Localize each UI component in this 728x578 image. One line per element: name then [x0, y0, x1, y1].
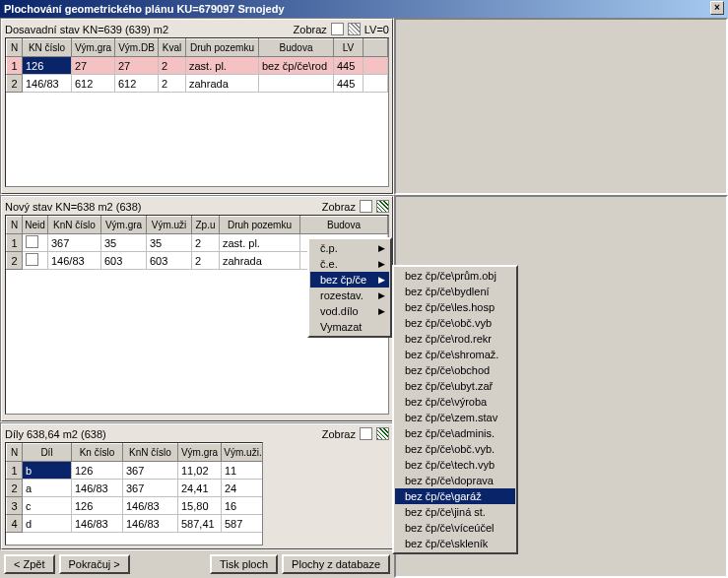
pokracuj-button[interactable]: Pokračuj >: [59, 554, 130, 574]
zobraz-check-1[interactable]: [331, 23, 344, 35]
col-header[interactable]: KnN číslo: [48, 217, 101, 234]
hatch-icon-1[interactable]: [348, 23, 361, 35]
col-header[interactable]: LV: [334, 39, 364, 57]
menu-item[interactable]: vod.dílo▶: [310, 303, 389, 319]
zobraz-check-3[interactable]: [360, 427, 372, 440]
col-header[interactable]: Vým.uži: [147, 217, 192, 234]
neid-checkbox[interactable]: [26, 253, 38, 266]
table-row[interactable]: 2146/836126122zahrada445: [7, 75, 388, 93]
menu-item[interactable]: bez čp/če\adminis.: [395, 425, 515, 441]
col-header[interactable]: N: [7, 39, 23, 57]
button-bar: < Zpět Pokračuj > Tisk ploch Plochy z da…: [0, 550, 394, 578]
menu-item[interactable]: bez čp/če▶: [310, 272, 389, 288]
lv-label: LV=0: [364, 24, 389, 35]
zobraz-label-3: Zobraz: [322, 428, 356, 440]
col-header[interactable]: Vým.gra: [101, 217, 147, 234]
menu-item[interactable]: bez čp/če\víceúčel: [395, 520, 515, 536]
col-header[interactable]: Vým.uži.: [222, 444, 264, 462]
col-header[interactable]: Druh pozemku: [186, 39, 259, 57]
hatch-icon-2[interactable]: [376, 200, 389, 213]
table-row[interactable]: 3c126146/8315,8016: [7, 497, 264, 515]
menu-item[interactable]: bez čp/če\obč.vyb: [395, 315, 515, 331]
context-submenu-bezcpce[interactable]: bez čp/če\prům.objbez čp/če\bydleníbez č…: [392, 265, 518, 554]
menu-item[interactable]: č.p.▶: [310, 240, 389, 256]
table-row[interactable]: 2a146/8336724,4124: [7, 480, 264, 497]
table-row[interactable]: 4d146/83146/83587,41587: [7, 515, 264, 533]
col-header[interactable]: Zp.u: [192, 217, 220, 234]
col-header[interactable]: Vým.gra: [178, 444, 222, 462]
zobraz-label-1: Zobraz: [294, 24, 327, 35]
menu-item[interactable]: bez čp/če\bydlení: [395, 284, 515, 299]
hatch-icon-3[interactable]: [376, 427, 389, 440]
col-header[interactable]: [364, 39, 388, 57]
section3-label: Díly 638,64 m2 (638): [5, 428, 318, 440]
section1-label: Dosavadní stav KN=639 (639) m2: [5, 24, 290, 35]
menu-item[interactable]: bez čp/če\doprava: [395, 473, 515, 488]
menu-item[interactable]: č.e.▶: [310, 256, 389, 272]
context-menu-budova[interactable]: č.p.▶č.e.▶bez čp/če▶rozestav.▶vod.dílo▶V…: [307, 237, 392, 338]
menu-item[interactable]: bez čp/če\skleník: [395, 536, 515, 551]
col-header[interactable]: Budova: [259, 39, 334, 57]
col-header[interactable]: Druh pozemku: [220, 217, 300, 234]
table-row[interactable]: 1b12636711,0211: [7, 462, 264, 480]
menu-item[interactable]: bez čp/če\rod.rekr: [395, 331, 515, 347]
table-dily: NDílKn čísloKnN čísloVým.graVým.uži. 1b1…: [6, 443, 263, 533]
menu-item[interactable]: bez čp/če\zem.stav: [395, 410, 515, 425]
menu-item[interactable]: bez čp/če\výroba: [395, 394, 515, 410]
tisk-button[interactable]: Tisk ploch: [210, 554, 278, 574]
col-header[interactable]: KN číslo: [23, 39, 72, 57]
col-header[interactable]: Vým.DB: [115, 39, 159, 57]
col-header[interactable]: N: [7, 444, 23, 462]
col-header[interactable]: Budova: [300, 217, 388, 234]
section2-label: Nový stav KN=638 m2 (638): [5, 201, 318, 213]
zpet-button[interactable]: < Zpět: [4, 554, 55, 574]
right-pane-1: [394, 18, 728, 195]
menu-item[interactable]: bez čp/če\ubyt.zař: [395, 378, 515, 394]
col-header[interactable]: KnN číslo: [123, 444, 178, 462]
zobraz-label-2: Zobraz: [322, 201, 356, 213]
zobraz-check-2[interactable]: [360, 200, 372, 213]
menu-item[interactable]: bez čp/če\prům.obj: [395, 268, 515, 284]
window-title: Plochování geometrického plánu KU=679097…: [4, 0, 285, 18]
close-button[interactable]: ×: [710, 1, 724, 15]
menu-item[interactable]: bez čp/če\jiná st.: [395, 504, 515, 520]
neid-checkbox[interactable]: [26, 235, 38, 248]
col-header[interactable]: Kval: [159, 39, 186, 57]
menu-item[interactable]: bez čp/če\shromaž.: [395, 347, 515, 362]
menu-item[interactable]: bez čp/če\garáž: [395, 488, 515, 504]
menu-item[interactable]: Vymazat: [310, 319, 389, 335]
titlebar: Plochování geometrického plánu KU=679097…: [0, 0, 728, 18]
table-dosavadni: NKN čísloVým.graVým.DBKvalDruh pozemkuBu…: [6, 38, 388, 93]
table-row[interactable]: 112627272zast. pl.bez čp/če\rod445: [7, 57, 388, 75]
col-header[interactable]: Vým.gra: [72, 39, 115, 57]
col-header[interactable]: Neid: [23, 217, 48, 234]
menu-item[interactable]: bez čp/če\obchod: [395, 362, 515, 378]
col-header[interactable]: N: [7, 217, 23, 234]
plochy-button[interactable]: Plochy z databaze: [282, 554, 390, 574]
col-header[interactable]: Díl: [23, 444, 72, 462]
menu-item[interactable]: bez čp/če\tech.vyb: [395, 457, 515, 473]
col-header[interactable]: Kn číslo: [72, 444, 123, 462]
menu-item[interactable]: rozestav.▶: [310, 288, 389, 303]
menu-item[interactable]: bez čp/če\les.hosp: [395, 299, 515, 315]
menu-item[interactable]: bez čp/če\obč.vyb.: [395, 441, 515, 457]
